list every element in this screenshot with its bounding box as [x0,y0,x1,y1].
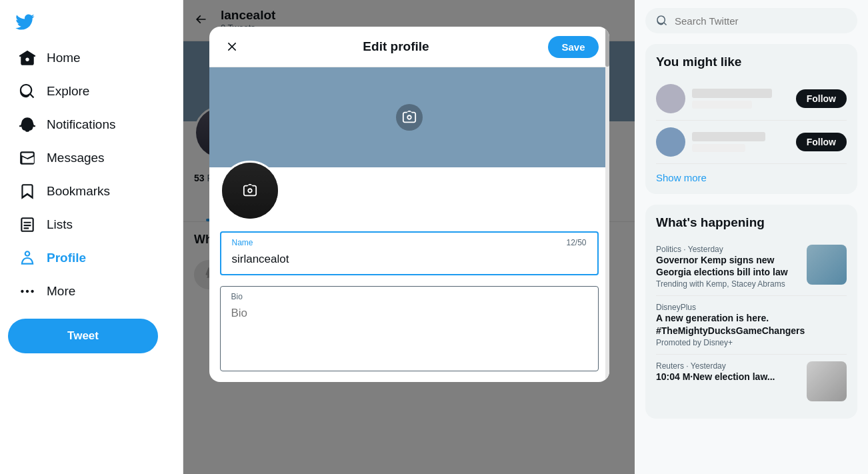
sidebar-item-more-label: More [47,284,75,299]
name-counter: 12/50 [566,238,586,247]
news-image-0 [807,245,847,285]
sidebar-item-lists-label: Lists [47,217,73,232]
name-input[interactable] [232,253,587,266]
right-sidebar: You might like Follow Follow Show more W… [635,0,868,474]
news-category-1: DisneyPlus [656,303,847,312]
suggestion-handle-blur-1 [692,144,745,152]
news-item-0[interactable]: Politics · Yesterday Governor Kemp signs… [656,238,847,296]
suggestion-avatar-0 [656,84,685,113]
news-text-2: Reuters · Yesterday 10:04 M·New election… [656,361,800,383]
news-sub-1: Promoted by Disney+ [656,338,847,347]
search-input[interactable] [675,15,847,27]
tweet-button[interactable]: Tweet [8,319,158,353]
news-image-2 [807,361,847,401]
sidebar-item-home[interactable]: Home [8,41,175,75]
name-field: Name 12/50 [220,231,599,275]
bio-input[interactable] [231,307,587,360]
suggestion-avatar-1 [656,127,685,157]
news-category-0: Politics · Yesterday [656,245,800,254]
sidebar-item-notifications-label: Notifications [47,117,116,132]
modal-avatar-section [209,161,609,221]
twitter-logo[interactable] [8,5,41,39]
suggestion-handle-blur-0 [692,101,752,109]
scrollbar-thumb[interactable] [605,27,609,67]
sidebar-item-home-label: Home [47,51,81,65]
follow-button-0[interactable]: Follow [796,89,847,108]
avatar-camera-overlay [222,163,278,219]
sidebar-item-more[interactable]: More [8,275,175,308]
search-bar [645,8,857,33]
bell-icon [19,116,36,133]
search-icon [656,15,668,27]
news-category-2: Reuters · Yesterday [656,361,800,371]
person-icon [19,249,36,267]
follow-button-1[interactable]: Follow [796,133,847,151]
modal-close-button[interactable] [220,35,244,59]
sidebar-item-bookmarks-label: Bookmarks [47,184,110,199]
bookmark-icon [19,183,36,200]
news-sub-0: Trending with Kemp, Stacey Abrams [656,279,800,289]
main-content: lancealot 0 Tweets lancealot @knight 53 … [183,0,635,474]
sidebar-item-messages[interactable]: Messages [8,141,175,175]
mail-icon [19,149,36,167]
banner-camera-button[interactable] [396,104,423,131]
news-item-1[interactable]: DisneyPlus A new generation is here. #Th… [656,296,847,354]
news-headline-0: Governor Kemp signs new Georgia election… [656,254,800,278]
edit-profile-modal: Edit profile Save [209,27,609,382]
sidebar-item-lists[interactable]: Lists [8,208,175,241]
sidebar-item-messages-label: Messages [47,151,105,165]
suggestion-row-1: Follow [656,121,847,164]
modal-save-button[interactable]: Save [548,36,598,58]
suggestion-row-0: Follow [656,77,847,121]
scrollbar-track [605,27,609,382]
explore-icon [19,83,36,100]
modal-header: Edit profile Save [209,27,609,67]
more-icon [19,283,36,300]
bio-field: Bio [220,286,599,371]
news-headline-2: 10:04 M·New election law... [656,371,800,383]
suggestion-name-blur-1 [692,132,765,141]
sidebar-item-explore-label: Explore [47,84,89,99]
news-text-1: DisneyPlus A new generation is here. #Th… [656,303,847,347]
suggestion-text-1 [692,132,789,152]
sidebar: Home Explore Notifications Messages Book… [0,0,183,474]
news-headline-1: A new generation is here. #TheMightyDuck… [656,312,847,336]
modal-avatar[interactable] [220,161,280,221]
sidebar-item-profile[interactable]: Profile [8,241,175,275]
name-label: Name [232,238,253,247]
bio-label: Bio [231,292,243,301]
you-might-like-title: You might like [656,55,847,69]
suggestion-text-0 [692,89,789,109]
you-might-like-section: You might like Follow Follow Show more [645,44,857,194]
news-item-2[interactable]: Reuters · Yesterday 10:04 M·New election… [656,355,847,408]
suggestion-name-blur-0 [692,89,772,98]
happening-now-section: What's happening Politics · Yesterday Go… [645,205,857,419]
happening-title: What's happening [656,215,847,230]
show-more-link[interactable]: Show more [656,172,847,183]
modal-body: Name 12/50 Bio [209,67,609,382]
home-icon [19,49,36,67]
list-icon [19,216,36,233]
news-text-0: Politics · Yesterday Governor Kemp signs… [656,245,800,289]
sidebar-item-bookmarks[interactable]: Bookmarks [8,175,175,208]
sidebar-item-explore[interactable]: Explore [8,75,175,108]
modal-fields: Name 12/50 Bio [209,221,609,382]
modal-banner[interactable] [209,67,609,167]
modal-title: Edit profile [363,39,429,54]
sidebar-item-profile-label: Profile [47,251,86,265]
sidebar-item-notifications[interactable]: Notifications [8,108,175,141]
modal-overlay: Edit profile Save [183,0,635,474]
